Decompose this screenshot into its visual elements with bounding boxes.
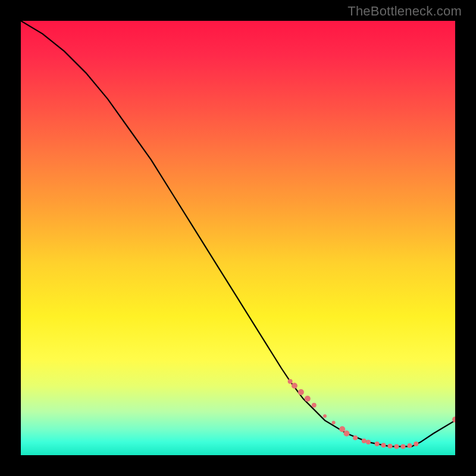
data-marker — [394, 444, 399, 449]
data-marker — [339, 426, 345, 432]
data-marker — [288, 379, 293, 384]
data-marker — [332, 421, 336, 424]
marker-group — [288, 379, 455, 449]
data-marker — [388, 444, 393, 449]
data-marker — [298, 389, 304, 395]
data-marker — [312, 403, 317, 408]
data-marker — [292, 383, 298, 389]
data-marker — [353, 436, 358, 440]
chart-svg — [21, 21, 455, 455]
data-marker — [366, 440, 371, 444]
data-marker — [344, 431, 350, 437]
data-marker — [305, 396, 311, 402]
data-marker — [362, 439, 367, 443]
data-marker — [414, 441, 418, 446]
data-marker — [400, 444, 405, 449]
data-marker — [407, 443, 412, 448]
line-series — [21, 21, 455, 446]
data-marker — [323, 414, 327, 418]
watermark-text: TheBottleneck.com — [347, 4, 462, 19]
data-marker — [381, 443, 386, 447]
chart-container: TheBottleneck.com — [0, 0, 476, 476]
plot-area — [21, 21, 455, 455]
data-marker — [375, 441, 380, 446]
